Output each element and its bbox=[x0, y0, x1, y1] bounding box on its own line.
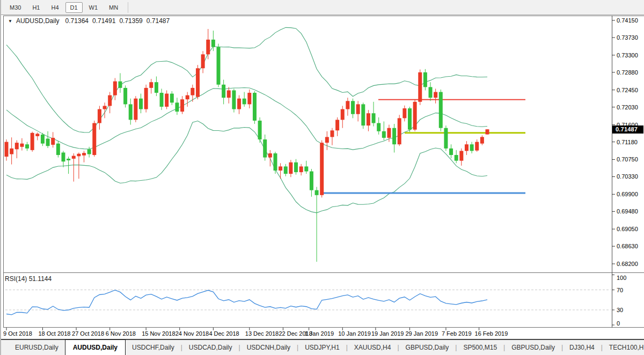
chart-tab-usdcad-daily[interactable]: USDCAD,Daily bbox=[182, 340, 239, 355]
candle-body bbox=[186, 95, 189, 100]
price-tick-label: 0.70750 bbox=[617, 156, 638, 162]
candle-body bbox=[439, 92, 443, 128]
toolbar-separator bbox=[128, 2, 128, 13]
date-tick-label: 13 Dec 2018 bbox=[245, 330, 279, 337]
date-tick-label: 1 Jan 2019 bbox=[305, 330, 334, 337]
candle-body bbox=[144, 88, 148, 109]
candle-body bbox=[72, 156, 76, 159]
candle-body bbox=[475, 142, 479, 151]
chart-tab-xauusd-h4[interactable]: XAUUSD,H4 bbox=[348, 340, 398, 355]
price-axis: 0.741500.737300.733000.728800.724500.720… bbox=[612, 17, 638, 267]
date-tick-label: 24 Nov 2018 bbox=[175, 330, 209, 337]
candle-body bbox=[25, 144, 29, 149]
chart-tab-audusd-daily[interactable]: AUDUSD,Daily bbox=[65, 339, 126, 355]
rsi-pane[interactable] bbox=[4, 273, 612, 327]
candle-body bbox=[279, 166, 282, 171]
chart-tab-eurusd-daily[interactable]: EURUSD,Daily bbox=[9, 340, 65, 355]
candle-body bbox=[387, 128, 391, 138]
price-tick-label: 0.74150 bbox=[617, 17, 638, 24]
current-price-badge: 0.71487 bbox=[612, 125, 643, 134]
candle-body bbox=[315, 190, 319, 195]
candle-body bbox=[232, 90, 236, 109]
chart-tab-usdcnh-daily[interactable]: USDCNH,Daily bbox=[240, 340, 297, 355]
candle-body bbox=[408, 108, 412, 130]
candle-body bbox=[129, 104, 133, 120]
date-tick-label: 6 Nov 2018 bbox=[106, 330, 136, 337]
candle-body bbox=[284, 166, 288, 174]
candle-body bbox=[41, 135, 45, 144]
date-tick-label: 29 Jan 2019 bbox=[405, 330, 438, 337]
candle-body bbox=[227, 90, 231, 98]
candle-body bbox=[320, 143, 324, 195]
price-tick-label: 0.73300 bbox=[617, 52, 638, 58]
candle-body bbox=[253, 93, 257, 121]
candle-body bbox=[77, 154, 80, 157]
candle-body bbox=[335, 120, 339, 130]
candle-body bbox=[149, 82, 153, 88]
candle-body bbox=[211, 40, 215, 47]
chart-tab-usdchf-daily[interactable]: USDCHF,Daily bbox=[126, 340, 181, 355]
candle-body bbox=[258, 121, 262, 139]
candle-body bbox=[480, 137, 484, 143]
ohlc-low-value: 0.71359 bbox=[119, 17, 142, 25]
candle-body bbox=[82, 153, 86, 156]
rsi-indicator-label: RSI(14) 51.1144 bbox=[5, 275, 52, 283]
candle-body bbox=[304, 166, 308, 171]
candle-body bbox=[273, 153, 277, 171]
rsi-tick-label: 70 bbox=[617, 287, 623, 293]
candle-body bbox=[222, 85, 225, 98]
candle-body bbox=[92, 123, 96, 156]
date-tick-label: 19 Jan 2019 bbox=[371, 330, 404, 337]
candle-body bbox=[486, 129, 489, 134]
price-tick-label: 0.72880 bbox=[617, 69, 638, 76]
timeframe-button-d1[interactable]: D1 bbox=[65, 2, 83, 13]
rsi-tick-label: 100 bbox=[617, 275, 626, 281]
ohlc-high-value: 0.71491 bbox=[92, 17, 115, 25]
date-tick-label: 15 Nov 2018 bbox=[142, 330, 175, 337]
candle-body bbox=[160, 93, 164, 107]
date-tick-label: 9 Oct 2018 bbox=[3, 330, 32, 337]
candle-body bbox=[35, 134, 39, 136]
chart-tab-dj30-h4[interactable]: DJ30,H4 bbox=[563, 340, 601, 355]
timeframe-button-mn[interactable]: MN bbox=[104, 2, 123, 13]
chevron-down-icon[interactable]: ▼ bbox=[8, 19, 12, 24]
timeframe-button-w1[interactable]: W1 bbox=[84, 2, 103, 13]
candle-body bbox=[51, 138, 55, 145]
chart-tab-gbpusd-daily[interactable]: GBPUSD,Daily bbox=[505, 340, 561, 355]
candle-body bbox=[444, 128, 448, 149]
timeframe-button-m30[interactable]: M30 bbox=[5, 2, 26, 13]
chart-tab-sp500-m15[interactable]: SP500,M15 bbox=[457, 340, 503, 355]
candle-body bbox=[175, 102, 179, 112]
timeframe-button-h1[interactable]: H1 bbox=[27, 2, 45, 13]
chart-tab-gbpusd-daily[interactable]: GBPUSD,Daily bbox=[399, 340, 456, 355]
candle-body bbox=[356, 104, 360, 114]
candle-body bbox=[56, 144, 60, 155]
rsi-tick-label: 0 bbox=[617, 320, 620, 327]
candle-body bbox=[237, 99, 241, 109]
candle-body bbox=[465, 144, 469, 151]
chart-tab-usdjpy-h1[interactable]: USDJPY,H1 bbox=[298, 340, 346, 355]
candle-body bbox=[434, 92, 437, 98]
price-tick-label: 0.71180 bbox=[617, 139, 638, 145]
candle-body bbox=[361, 104, 365, 125]
candle-body bbox=[206, 40, 210, 54]
candle-body bbox=[398, 118, 401, 144]
candle-body bbox=[423, 72, 427, 87]
date-tick-label: 18 Oct 2018 bbox=[38, 330, 70, 337]
candle-body bbox=[470, 144, 474, 151]
candle-body bbox=[325, 137, 329, 143]
chart-tab-tech100-h1[interactable]: TECH100,H1 bbox=[603, 340, 644, 355]
ohlc-open-value: 0.71364 bbox=[65, 17, 89, 25]
candle-body bbox=[413, 102, 417, 130]
price-tick-label: 0.72450 bbox=[617, 87, 638, 93]
timeframe-button-h4[interactable]: H4 bbox=[46, 2, 63, 13]
candle-body bbox=[268, 153, 272, 158]
candle-body bbox=[429, 87, 433, 98]
chart-canvas[interactable]: 0.741500.737300.733000.728800.724500.720… bbox=[1, 0, 644, 355]
candle-body bbox=[196, 68, 200, 97]
candle-body bbox=[351, 101, 355, 114]
candle-body bbox=[87, 149, 91, 154]
candle-body bbox=[217, 47, 221, 85]
candle-body bbox=[299, 166, 303, 172]
candle-body bbox=[341, 109, 345, 120]
